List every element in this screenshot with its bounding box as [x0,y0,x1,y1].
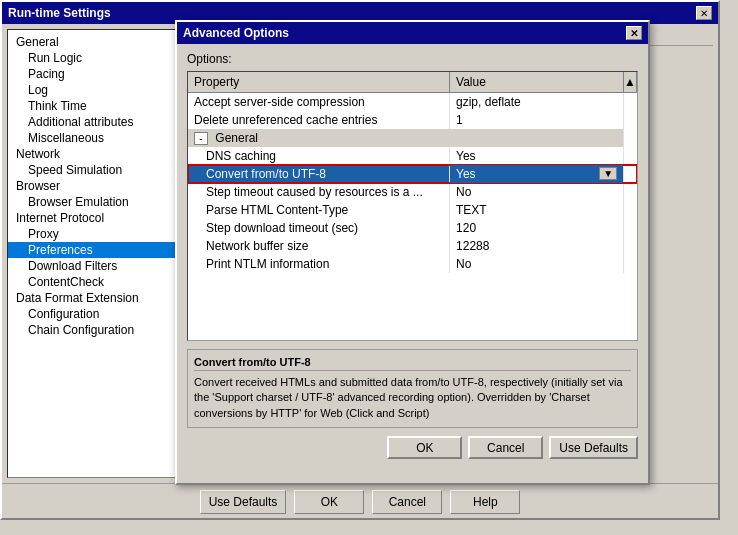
row-value: 12288 [450,237,624,255]
tree-item-log[interactable]: Log [8,82,191,98]
table-row[interactable]: Accept server-side compression gzip, def… [188,93,637,112]
main-title: Run-time Settings [8,6,111,20]
tree-item-pacing[interactable]: Pacing [8,66,191,82]
tree-item-internet-protocol[interactable]: Internet Protocol [8,210,191,226]
options-table: Property Value ▲ Accept server-side comp… [188,72,637,273]
table-row[interactable]: Parse HTML Content-Type TEXT [188,201,637,219]
main-bottom-buttons: Use Defaults OK Cancel Help [2,483,718,520]
row-property: Accept server-side compression [188,93,450,112]
row-value: TEXT [450,201,624,219]
tree-item-contentcheck[interactable]: ContentCheck [8,274,191,290]
row-value: No [450,255,624,273]
description-title: Convert from/to UTF-8 [194,356,631,371]
dialog-ok-button[interactable]: OK [387,436,462,459]
tree-item-browser[interactable]: Browser [8,178,191,194]
description-area: Convert from/to UTF-8 Convert received H… [187,349,638,428]
col-value: Value [450,72,624,93]
tree-item-general[interactable]: General [8,34,191,50]
options-table-container[interactable]: Property Value ▲ Accept server-side comp… [187,71,638,341]
table-row[interactable]: Print NTLM information No [188,255,637,273]
col-scroll: ▲ [624,72,637,93]
row-property: DNS caching [188,147,450,165]
dialog-buttons: OK Cancel Use Defaults [187,436,638,459]
tree-item-browser-emulation[interactable]: Browser Emulation [8,194,191,210]
group-row[interactable]: - General [188,129,637,147]
advanced-options-dialog: Advanced Options ✕ Options: Property Val… [175,20,650,485]
tree-item-download-filters[interactable]: Download Filters [8,258,191,274]
main-ok-button[interactable]: OK [294,490,364,514]
row-value: 1 [450,111,624,129]
table-row[interactable]: Delete unreferenced cache entries 1 [188,111,637,129]
main-help-button[interactable]: Help [450,490,520,514]
tree-item-chain-config[interactable]: Chain Configuration [8,322,191,338]
options-label: Options: [187,52,638,66]
tree-item-thinktime[interactable]: Think Time [8,98,191,114]
row-property: Parse HTML Content-Type [188,201,450,219]
group-label: - General [188,129,624,147]
row-value: gzip, deflate [450,93,624,112]
table-row[interactable]: Network buffer size 12288 [188,237,637,255]
tree-item-data-format[interactable]: Data Format Extension [8,290,191,306]
row-value: Yes [450,147,624,165]
row-value: 120 [450,219,624,237]
table-row[interactable]: Step timeout caused by resources is a ..… [188,183,637,201]
row-value: Yes ▼ [450,165,624,183]
row-property: Network buffer size [188,237,450,255]
row-property: Delete unreferenced cache entries [188,111,450,129]
tree-panel[interactable]: General Run Logic Pacing Log Think Time … [7,29,192,478]
row-value: No [450,183,624,201]
table-row-selected[interactable]: Convert from/to UTF-8 Yes ▼ [188,165,637,183]
tree-item-runlogic[interactable]: Run Logic [8,50,191,66]
dialog-use-defaults-button[interactable]: Use Defaults [549,436,638,459]
row-property: Step download timeout (sec) [188,219,450,237]
dialog-cancel-button[interactable]: Cancel [468,436,543,459]
close-button[interactable]: ✕ [696,6,712,20]
table-row[interactable]: Step download timeout (sec) 120 [188,219,637,237]
collapse-icon[interactable]: - [194,132,208,145]
tree-item-additional[interactable]: Additional attributes [8,114,191,130]
dialog-body: Options: Property Value ▲ Accept server-… [177,44,648,483]
row-property: Convert from/to UTF-8 [188,165,450,183]
tree-item-network[interactable]: Network [8,146,191,162]
tree-item-proxy[interactable]: Proxy [8,226,191,242]
main-cancel-button[interactable]: Cancel [372,490,442,514]
dialog-title: Advanced Options [183,26,289,40]
tree-item-configuration[interactable]: Configuration [8,306,191,322]
dialog-close-button[interactable]: ✕ [626,26,642,40]
tree-item-preferences[interactable]: Preferences [8,242,191,258]
tree-item-speed[interactable]: Speed Simulation [8,162,191,178]
row-property: Step timeout caused by resources is a ..… [188,183,450,201]
dropdown-arrow-icon[interactable]: ▼ [599,167,617,180]
col-property: Property [188,72,450,93]
main-use-defaults-button[interactable]: Use Defaults [200,490,287,514]
tree-item-misc[interactable]: Miscellaneous [8,130,191,146]
row-property: Print NTLM information [188,255,450,273]
dialog-titlebar: Advanced Options ✕ [177,22,648,44]
description-text: Convert received HTMLs and submitted dat… [194,375,631,421]
table-row[interactable]: DNS caching Yes [188,147,637,165]
title-buttons: ✕ [696,6,712,20]
